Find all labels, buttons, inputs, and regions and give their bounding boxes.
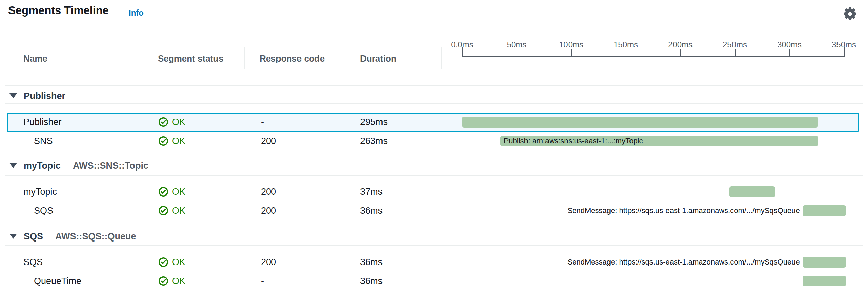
duration: 36ms [360,253,383,272]
page-title: Segments Timeline [8,4,109,17]
response-code: - [261,272,264,291]
axis-tick [626,49,626,57]
status-ok-label: OK [172,253,185,272]
triangle-down-icon[interactable] [9,234,17,239]
column-header-duration: Duration [360,47,396,70]
table-row-publisher[interactable]: Publisher OK - 295ms [0,113,868,132]
check-circle-icon [158,136,169,146]
segment-status: OK [158,182,185,201]
segment-status: OK [158,272,185,291]
segment-name: Publisher [0,113,62,132]
axis-tick-label: 150ms [614,40,638,49]
check-circle-icon [158,276,169,286]
axis-baseline [462,56,844,57]
group-header-sqs[interactable]: SQS AWS::SQS::Queue [0,229,868,244]
timeline-bar[interactable] [462,117,818,128]
status-ok-label: OK [172,201,185,220]
table-row-sqs[interactable]: SQS OK 200 36ms SendMessage: https://sqs… [0,201,868,220]
timeline-cell: SendMessage: https://sqs.us-east-1.amazo… [441,201,868,220]
header-bottom-border [5,85,863,86]
time-axis: 0.0ms50ms100ms150ms200ms250ms300ms350ms [441,0,868,72]
table-row-sns[interactable]: SNS OK 200 263ms Publish: arn:aws:sns:us… [0,132,868,151]
timeline-bar[interactable] [729,186,775,197]
group-type: AWS::SQS::Queue [55,229,136,244]
axis-tick [517,49,517,57]
axis-tick-label: 50ms [507,40,527,49]
bar-label: SendMessage: https://sqs.us-east-1.amazo… [567,201,800,220]
response-code: 200 [261,201,276,220]
response-code: 200 [261,132,276,151]
bar-label: Publish: arn:aws:sns:us-east-1:...:myTop… [504,132,643,151]
column-divider [346,47,346,69]
response-code: 200 [261,182,276,201]
response-code: 200 [261,253,276,272]
status-ok-label: OK [172,113,185,132]
triangle-down-icon[interactable] [9,93,17,98]
axis-tick [462,47,463,57]
segment-status: OK [158,201,185,220]
segment-name: SQS [0,201,53,220]
segment-status: OK [158,253,185,272]
check-circle-icon [158,257,169,268]
axis-tick-label: 300ms [777,40,802,49]
segment-status: OK [158,113,185,132]
axis-tick [844,47,845,57]
timeline-cell [441,113,868,132]
group-header-mytopic[interactable]: myTopic AWS::SNS::Topic [0,158,868,173]
status-ok-label: OK [172,132,185,151]
segment-name: myTopic [0,182,57,201]
duration: 37ms [360,182,383,201]
segment-name: QueueTime [0,272,81,291]
axis-tick [571,49,572,57]
column-header-name: Name [23,47,47,70]
timeline-bar[interactable] [803,276,846,286]
duration: 295ms [360,113,388,132]
timeline-cell [441,272,868,291]
axis-tick-label: 100ms [559,40,583,49]
duration: 263ms [360,132,388,151]
column-divider [144,47,144,69]
segment-status: OK [158,132,185,151]
duration: 36ms [360,201,383,220]
timeline-cell [441,182,868,201]
timeline-bar[interactable] [803,205,846,216]
status-ok-label: OK [172,182,185,201]
axis-tick-label: 250ms [723,40,747,49]
timeline-bar[interactable] [803,257,846,268]
segment-name: SQS [0,253,43,272]
response-code: - [261,113,264,132]
axis-tick [680,49,681,57]
timeline-cell: Publish: arn:aws:sns:us-east-1:...:myTop… [441,132,868,151]
axis-tick [735,49,736,57]
axis-tick [789,49,790,57]
column-header-response-code: Response code [260,47,325,70]
column-header-segment-status: Segment status [158,47,224,70]
check-circle-icon [158,205,169,216]
group-divider [5,245,863,246]
table-row-mytopic[interactable]: myTopic OK 200 37ms [0,182,868,201]
column-divider [244,47,245,69]
table-row-queuetime[interactable]: QueueTime OK - 36ms [0,272,868,291]
check-circle-icon [158,117,169,128]
group-name: Publisher [24,89,65,104]
timeline-cell: SendMessage: https://sqs.us-east-1.amazo… [441,253,868,272]
status-ok-label: OK [172,272,185,291]
group-type: AWS::SNS::Topic [73,158,148,173]
table-row-sqs[interactable]: SQS OK 200 36ms SendMessage: https://sqs… [0,253,868,272]
bar-label: SendMessage: https://sqs.us-east-1.amazo… [567,253,800,272]
group-name: myTopic [24,158,61,173]
group-divider [5,175,863,176]
group-header-publisher[interactable]: Publisher [0,89,868,104]
check-circle-icon [158,186,169,197]
duration: 36ms [360,272,383,291]
info-link[interactable]: Info [129,8,144,18]
triangle-down-icon[interactable] [9,163,17,168]
group-name: SQS [24,229,43,244]
axis-tick-label: 200ms [668,40,693,49]
segment-name: SNS [0,132,53,151]
group-divider [5,104,863,104]
